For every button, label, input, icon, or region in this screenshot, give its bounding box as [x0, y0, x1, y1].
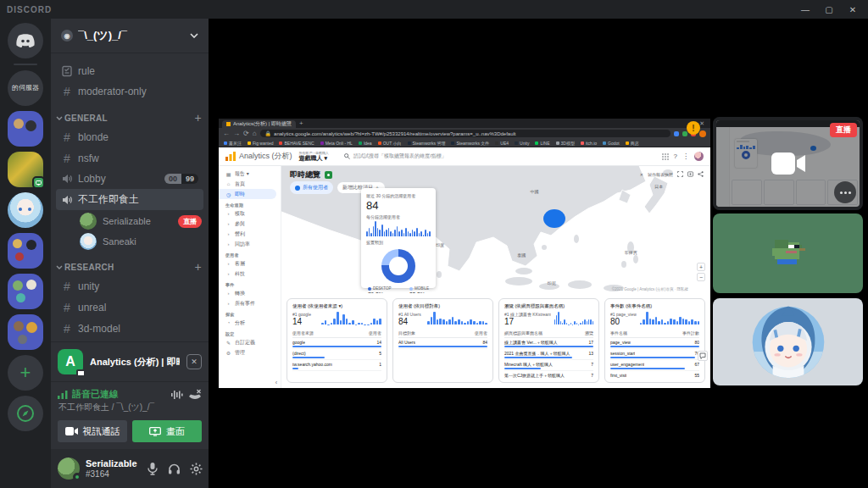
discord-logo-icon: [15, 33, 36, 48]
channel-blonde[interactable]: # blonde: [56, 127, 203, 147]
search-icon: [344, 153, 350, 159]
chevron-down-icon: [190, 33, 198, 38]
window-maximize-button[interactable]: ▢: [819, 2, 839, 17]
tile-options-button[interactable]: [834, 181, 856, 203]
sparkline-chart: [554, 312, 593, 324]
video-tile-serializable[interactable]: [713, 214, 863, 293]
server-header[interactable]: ◉ ¯\_(ツ)_/¯: [51, 19, 209, 53]
comparison-dot-icon: [295, 186, 300, 191]
user-settings-button[interactable]: [187, 459, 206, 478]
table-row: google14: [292, 338, 381, 349]
add-channel-button[interactable]: +: [195, 260, 202, 274]
server-icon-2[interactable]: [8, 152, 43, 187]
noise-suppression-icon[interactable]: [170, 390, 184, 400]
channel-moderator-only[interactable]: # moderator-only: [56, 81, 203, 102]
ga-nav-realtime: ◷即時: [219, 189, 276, 199]
rules-icon: [61, 65, 73, 77]
map-toolbar: ✕ 製作報表快照: [640, 171, 704, 177]
window-close-button[interactable]: ✕: [843, 2, 863, 17]
server-icon-3[interactable]: [8, 192, 43, 228]
voice-channel-lobby[interactable]: Lobby 00 99: [56, 169, 203, 188]
voice-member-saneaki[interactable]: Saneaki: [51, 231, 209, 252]
bookmarks-bar: 書呆汪 Fig wanted BEHAVE SENC Meta Onli - H…: [219, 139, 710, 147]
channel-3d-model[interactable]: # 3d-model: [56, 319, 203, 339]
server-icon-6[interactable]: [8, 314, 43, 350]
video-tile-stream-preview[interactable]: 直播: [713, 117, 863, 210]
server-icon-1[interactable]: [8, 111, 43, 147]
sparkline-chart: [427, 312, 487, 324]
mute-microphone-button[interactable]: [143, 459, 162, 478]
table-row: session_start76: [610, 349, 699, 360]
table-row: 第一次CJ旅遊就上手＋領航職人7: [504, 371, 593, 378]
user-identity: Serializable #3164: [86, 458, 137, 478]
ga-nav-demographics: ›客層: [219, 258, 281, 269]
ga-nav-explore: ◔分析: [219, 318, 281, 328]
table-row: tw.search.yahoo.com1: [292, 360, 381, 371]
bookmark-item: BEHAVE SENC: [279, 141, 314, 146]
channel-unreal[interactable]: # unreal: [56, 297, 203, 318]
browser-tabstrip: Analytics(分析) | 即時總覽 + – ✕: [219, 119, 710, 128]
disconnect-call-icon[interactable]: [188, 389, 202, 401]
connection-signal-icon: [58, 391, 68, 399]
realtime-cards-row: 使用者 (依使用者來源 ▾) #1 google 14 使用者來源使用者: [281, 293, 710, 388]
realtime-status-icon: [325, 171, 332, 179]
screen-share-view[interactable]: Analytics(分析) | 即時總覽 + – ✕ ← → ⟳ ⌂ 🔒 ana…: [219, 119, 710, 388]
ga-account-selector: 所有帳戶 › 遊戲職人 遊戲職人 ▾: [299, 152, 330, 161]
ga-nav-section: 生命週期: [219, 199, 281, 208]
server-icon-text[interactable]: 的伺服器: [8, 70, 43, 106]
table-row: user_engagement67: [610, 360, 699, 371]
user-avatar[interactable]: [58, 458, 80, 480]
bookmark-item: Unity: [515, 141, 529, 146]
headphones-icon: [168, 463, 181, 474]
channel-rule[interactable]: rule: [56, 62, 203, 80]
activity-close-button[interactable]: ✕: [186, 354, 202, 369]
table-row: 線上讀書會 Ver...＋領航職人17: [504, 338, 593, 349]
lock-icon: 🔒: [265, 130, 272, 136]
channel-unity[interactable]: # unity: [56, 276, 203, 297]
category-research[interactable]: RESEARCH +: [51, 252, 209, 275]
explore-servers-button[interactable]: [8, 396, 43, 431]
avatar: [80, 213, 97, 230]
share-icon: [698, 171, 704, 177]
live-badge: 直播: [178, 215, 202, 228]
browser-profile-avatar: [699, 130, 706, 137]
add-server-button[interactable]: +: [8, 355, 43, 391]
server-thumb: [25, 120, 36, 131]
analytics-logo-icon: [225, 152, 236, 161]
ga-left-nav: ▦報告 ▾ ⌂首頁 ◷即時 生命週期 ›獲取 ›參與 ›營利 ›回訪率 使用者 …: [219, 166, 281, 388]
bookmark-item: Idea: [359, 141, 372, 146]
nav-collapse-icon: ‹: [275, 380, 277, 385]
avatar: [80, 233, 97, 250]
channel-nsfw[interactable]: # nsfw: [56, 148, 203, 169]
video-tile-saneaki[interactable]: [713, 298, 863, 385]
home-button[interactable]: [8, 23, 43, 58]
app-title: DISCORD: [7, 5, 52, 14]
server-thumb: [15, 252, 24, 261]
server-thumb: [26, 280, 36, 290]
category-general[interactable]: GENERAL +: [51, 103, 209, 126]
card-views-by-page-title: 瀏覽 (依網頁標題與畫面名稱) #1 線上讀書會 KKstream、稀有職人＋領…: [498, 298, 599, 383]
screen-share-button[interactable]: 畫面: [132, 420, 202, 442]
ga-nav-all-events: ›所有事件: [219, 298, 281, 308]
server-name: ¯\_(ツ)_/¯: [78, 28, 185, 43]
realtime-title: 即時總覽: [290, 169, 320, 180]
voice-channel-current[interactable]: 不工作即食土: [56, 189, 203, 210]
voice-channel-location: 不工作即食土 / ¯\_(ツ)_/¯: [58, 402, 202, 413]
speaker-icon: [61, 173, 73, 185]
voice-member-serializable[interactable]: Serializable 直播: [51, 211, 209, 231]
deafen-button[interactable]: [165, 459, 184, 478]
desktop-legend-dot: [368, 287, 371, 291]
table-row: first_visit55: [610, 371, 699, 378]
add-channel-button[interactable]: +: [195, 111, 202, 125]
user-panel: Serializable #3164: [51, 449, 209, 488]
server-icon-4[interactable]: [8, 233, 43, 269]
window-minimize-button[interactable]: —: [795, 2, 815, 17]
server-icon-5[interactable]: [8, 274, 43, 309]
table-row: All Users84: [398, 338, 487, 349]
card-event-count-by-name: 事件數 (依事件名稱) #1 page_view 80 事件名稱事件計數: [604, 298, 705, 383]
bookmark-item: Fig wanted: [248, 141, 273, 146]
extension-icon: [682, 131, 687, 136]
server-thumb: [13, 239, 22, 248]
device-category-label: 裝置類別: [366, 240, 431, 245]
video-call-button[interactable]: 視訊通話: [58, 420, 127, 442]
